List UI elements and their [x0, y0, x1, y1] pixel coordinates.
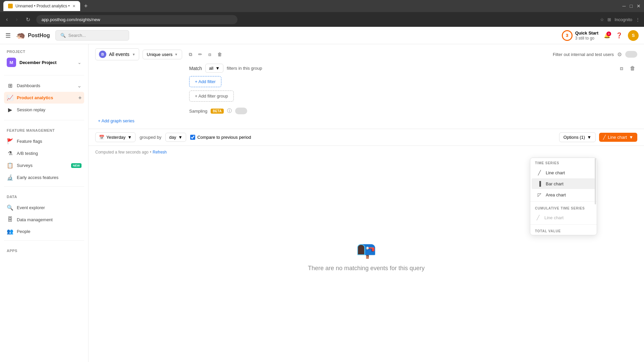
sidebar-divider-3	[4, 186, 84, 187]
reload-button[interactable]: ↻	[24, 15, 32, 24]
add-series-button[interactable]: + Add graph series	[95, 117, 137, 125]
add-filter-group-label: + Add filter group	[195, 94, 228, 99]
incognito-label: Incognito	[614, 17, 632, 22]
product-analytics-icon: 📈	[7, 95, 13, 101]
delete-filter-button[interactable]: 🗑	[628, 64, 637, 73]
extensions-icon[interactable]: ⊞	[607, 17, 611, 22]
copy-filter-button[interactable]: ⧈	[618, 64, 625, 73]
bar-chart-icon: ▐	[536, 181, 542, 186]
product-analytics-plus-icon[interactable]: +	[78, 95, 82, 101]
notification-badge: 0	[606, 32, 611, 36]
overflow-icon[interactable]: ⋮	[636, 17, 640, 22]
back-button[interactable]: ‹	[4, 15, 10, 24]
day-selector[interactable]: day ▼	[165, 133, 186, 142]
users-selector[interactable]: Unique users ▼	[143, 50, 182, 59]
filter-group-area: Match all ▼ filters in this group ⧈ 🗑 + …	[189, 64, 637, 117]
empty-chart-text: There are no matching events for this qu…	[308, 265, 425, 272]
sidebar-item-dashboards[interactable]: ⊞ Dashboards ⌄	[4, 80, 84, 92]
early-access-icon: 🔬	[7, 174, 13, 181]
tab-close[interactable]: ✕	[72, 4, 75, 8]
add-filter-button[interactable]: + Add filter	[189, 76, 221, 87]
sidebar-item-feature-flags[interactable]: 🚩 Feature flags	[4, 135, 84, 147]
sampling-info-icon[interactable]: ⓘ	[227, 108, 232, 114]
project-section-title: PROJECT	[4, 50, 84, 54]
day-label: day	[169, 135, 176, 140]
project-section: PROJECT M December Project ⌄	[0, 44, 88, 72]
sampling-row: Sampling BETA ⓘ	[189, 105, 637, 117]
address-input[interactable]	[36, 15, 237, 24]
chart-type-icon: ╱	[603, 135, 606, 140]
quick-start-widget[interactable]: 3 Quick Start 3 still to go	[562, 30, 598, 41]
compare-checkbox-input[interactable]	[190, 135, 195, 140]
notifications-button[interactable]: 🔔 0	[604, 32, 610, 39]
user-avatar-button[interactable]: S	[628, 30, 639, 41]
event-selector[interactable]: B All events ▼	[95, 48, 139, 60]
maximize-button[interactable]: □	[630, 3, 633, 9]
add-filter-group-button[interactable]: + Add filter group	[189, 90, 234, 102]
sidebar-divider-4	[4, 240, 84, 241]
dropdown-item-bar-chart[interactable]: ▐ Bar chart	[532, 178, 595, 189]
match-select[interactable]: all ▼	[205, 64, 223, 73]
surveys-icon: 📋	[7, 162, 13, 169]
new-tab-button[interactable]: +	[82, 1, 91, 11]
options-label: Options (1)	[564, 135, 585, 140]
project-avatar: M	[7, 58, 16, 67]
people-icon: 👥	[7, 228, 13, 235]
options-button[interactable]: Options (1) ▼	[559, 132, 596, 142]
sidebar-item-surveys[interactable]: 📋 Surveys NEW	[4, 160, 84, 171]
edit-event-button[interactable]: ✏	[196, 50, 204, 59]
settings-icon[interactable]: ⚙	[617, 51, 622, 58]
data-items: 🔍 Event explorer 🗄 Data management 👥 Peo…	[0, 201, 88, 238]
chart-type-label: Line chart	[608, 135, 627, 140]
duplicate-event-button[interactable]: ⧈	[206, 50, 213, 59]
sidebar-item-session-replay[interactable]: ▶ Session replay	[4, 104, 84, 116]
forward-button[interactable]: ›	[14, 15, 19, 24]
refresh-link[interactable]: Refresh	[153, 150, 167, 155]
project-name: December Project	[19, 60, 57, 65]
sidebar-item-label: Dashboards	[17, 83, 40, 88]
dropdown-item-area-chart[interactable]: ◸ Area chart	[532, 189, 595, 200]
minimize-button[interactable]: ─	[623, 3, 626, 9]
session-replay-icon: ▶	[7, 107, 13, 113]
sidebar-item-data-management[interactable]: 🗄 Data management	[4, 214, 84, 225]
app-title: PostHog	[28, 33, 50, 39]
compare-checkbox[interactable]: Compare to previous period	[190, 135, 251, 140]
sidebar-toggle-button[interactable]: ☰	[5, 32, 11, 39]
global-search[interactable]: 🔍 Search...	[55, 30, 129, 41]
dropdown-scrollbar-thumb	[595, 158, 596, 204]
date-dropdown-arrow-icon: ▼	[127, 135, 132, 140]
sidebar-item-people[interactable]: 👥 People	[4, 226, 84, 237]
help-button[interactable]: ❓	[616, 32, 623, 39]
project-selector[interactable]: M December Project ⌄	[4, 55, 84, 70]
search-placeholder: Search...	[68, 33, 86, 38]
dropdown-item-cumul-line-chart[interactable]: ╱ Line chart	[530, 212, 597, 223]
sidebar-item-early-access[interactable]: 🔬 Early access features	[4, 172, 84, 183]
filter-event-button[interactable]: ⧉	[187, 50, 194, 59]
event-dropdown-arrow-icon: ▼	[132, 53, 136, 56]
app-logo: 🦔 PostHog	[16, 31, 50, 40]
sampling-toggle[interactable]	[235, 108, 247, 114]
sidebar-item-product-analytics[interactable]: 📈 Product analytics +	[4, 92, 84, 104]
chart-toolbar-right: Options (1) ▼ ╱ Line chart ▼	[559, 132, 637, 142]
dropdown-scrollbar[interactable]	[595, 158, 596, 235]
sidebar-item-event-explorer[interactable]: 🔍 Event explorer	[4, 202, 84, 214]
date-selector[interactable]: 📅 Yesterday ▼	[95, 132, 136, 142]
delete-event-button[interactable]: 🗑	[215, 50, 224, 59]
sidebar-item-ab-testing[interactable]: ⚗ A/B testing	[4, 147, 84, 159]
chart-type-button[interactable]: ╱ Line chart ▼	[599, 133, 637, 142]
dropdown-item-label: Line chart	[546, 170, 565, 175]
close-button[interactable]: ✕	[637, 3, 641, 9]
bookmark-icon[interactable]: ☆	[600, 17, 604, 22]
cumulative-section-title: CUMULATIVE TIME SERIES	[530, 203, 597, 212]
logo-icon: 🦔	[16, 31, 25, 40]
internal-filter-toggle[interactable]	[625, 51, 637, 58]
quick-start-subtitle: 3 still to go	[575, 36, 594, 41]
add-series-label: + Add graph series	[98, 118, 135, 123]
add-series-row: + Add graph series	[95, 117, 637, 125]
beta-badge: BETA	[211, 109, 223, 114]
options-dropdown-arrow-icon: ▼	[587, 135, 591, 140]
event-action-icons: ⧉ ✏ ⧈ 🗑	[187, 50, 224, 59]
active-tab[interactable]: Unnamed • Product analytics • ✕	[3, 1, 80, 11]
apps-section: APPS	[0, 243, 88, 255]
dropdown-item-line-chart[interactable]: ╱ Line chart	[532, 167, 595, 178]
